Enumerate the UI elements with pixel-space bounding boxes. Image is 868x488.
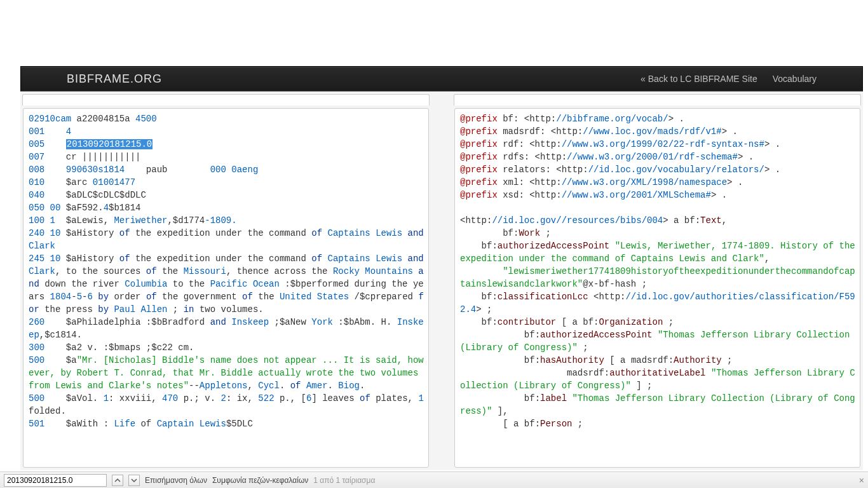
brand-label: BIBFRAME.ORG xyxy=(67,72,162,86)
close-icon: × xyxy=(859,475,864,485)
back-to-lc-link[interactable]: « Back to LC BIBFRAME Site xyxy=(641,74,757,84)
window-chrome-gap xyxy=(0,0,868,66)
turtle-output-pane[interactable]: @prefix bf: <http://bibframe.org/vocab/>… xyxy=(454,108,860,468)
left-pane-header-stub xyxy=(22,94,430,105)
nav-right-links: « Back to LC BIBFRAME Site Vocabulary xyxy=(641,74,817,84)
find-input[interactable] xyxy=(4,474,107,487)
right-pane-wrap: @prefix bf: <http://bibframe.org/vocab/>… xyxy=(454,108,860,468)
find-result-count: 1 από 1 ταίριασμα xyxy=(313,476,375,485)
find-bar: Επισήμανση όλων Συμφωνία πεζών-κεφαλαίων… xyxy=(0,471,868,488)
match-case-toggle[interactable]: Συμφωνία πεζών-κεφαλαίων xyxy=(212,476,308,485)
chevron-down-icon xyxy=(131,477,137,484)
right-pane-header-stub xyxy=(454,94,861,105)
content-area: 02910cam a22004815a 4500 001 4 005 20130… xyxy=(20,92,863,470)
find-prev-button[interactable] xyxy=(112,475,123,486)
close-findbar-button[interactable]: × xyxy=(859,475,864,485)
highlight-all-toggle[interactable]: Επισήμανση όλων xyxy=(145,476,207,485)
find-next-button[interactable] xyxy=(128,475,140,486)
marc-source-pane[interactable]: 02910cam a22004815a 4500 001 4 005 20130… xyxy=(23,108,429,468)
top-navbar: BIBFRAME.ORG « Back to LC BIBFRAME Site … xyxy=(20,66,863,92)
left-pane-wrap: 02910cam a22004815a 4500 001 4 005 20130… xyxy=(23,108,429,468)
chevron-up-icon xyxy=(114,477,121,484)
vocabulary-link[interactable]: Vocabulary xyxy=(773,74,817,84)
